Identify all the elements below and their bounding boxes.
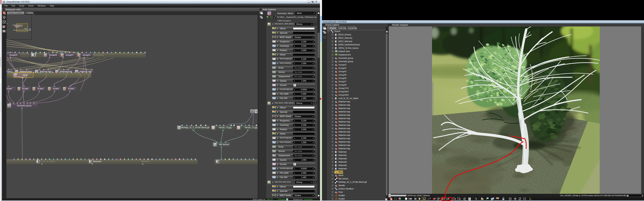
svg-text:MixMap_02_0_25 Mix Blend.gif: MixMap_02_0_25 Mix Blend.gif	[181, 126, 209, 129]
svg-text:AF: AF	[428, 198, 430, 200]
svg-text:Material3: Material3	[141, 160, 150, 163]
svg-text:Scatter: Scatter	[22, 88, 28, 90]
svg-text:Mix texture: Mix texture	[219, 143, 229, 146]
svg-text:Scatter: Scatter	[68, 88, 74, 90]
svg-text:Scatter: Scatter	[53, 88, 59, 90]
svg-text:fir_02_no_Alpha: fir_02_no_Alpha	[40, 160, 55, 163]
svg-text:Scatter: Scatter	[6, 88, 12, 90]
svg-text:Scatter: Scatter	[37, 88, 44, 90]
svg-text:Terrain_T1.jpg: Terrain_T1.jpg	[244, 126, 258, 129]
svg-text:Group#5: Group#5	[10, 54, 17, 56]
svg-text:U: U	[256, 110, 257, 113]
svg-text:Group#6: Group#6	[49, 54, 57, 56]
svg-text:Group#7: Group#7	[66, 54, 74, 56]
svg-text:Material map: Material map	[60, 70, 72, 73]
svg-text:Terrain_T3.jpg: Terrain_T3.jpg	[218, 126, 232, 129]
svg-text:Geometry group: Geometry group	[17, 105, 32, 107]
svg-text:Material4: Material4	[93, 160, 101, 163]
svg-text:Group#3: Group#3	[82, 54, 90, 56]
